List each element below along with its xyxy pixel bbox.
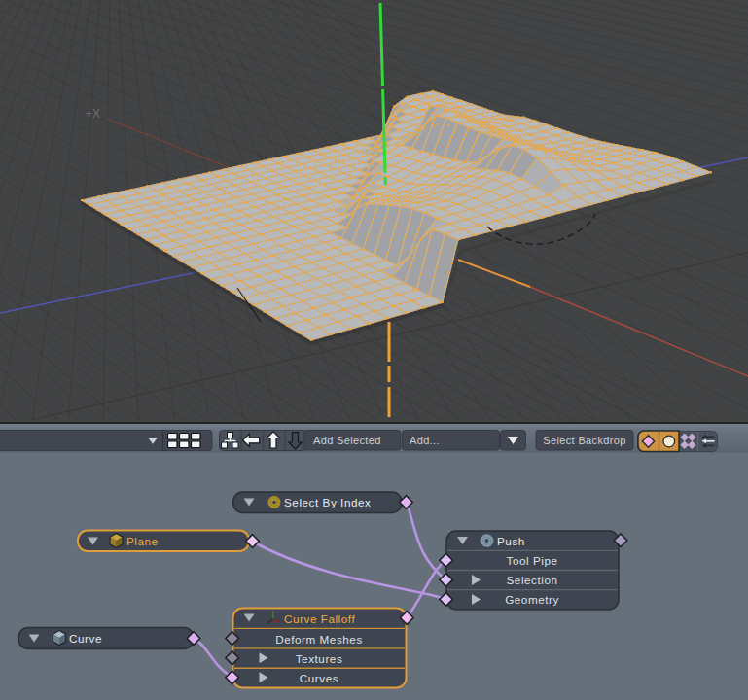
svg-text:+X: +X: [86, 107, 100, 121]
svg-text:Textures: Textures: [296, 652, 343, 665]
svg-text:Add Selected: Add Selected: [313, 435, 381, 446]
svg-text:Deform Meshes: Deform Meshes: [275, 633, 363, 646]
svg-text:Tool Pipe: Tool Pipe: [506, 554, 557, 567]
svg-text:Select Backdrop: Select Backdrop: [543, 435, 625, 446]
svg-text:Push: Push: [497, 535, 525, 547]
svg-text:Selection: Selection: [506, 574, 557, 586]
svg-text:Curves: Curves: [300, 672, 338, 684]
svg-text:Add...: Add...: [410, 435, 440, 446]
svg-text:Geometry: Geometry: [505, 593, 559, 606]
svg-text:Plane: Plane: [126, 535, 159, 547]
svg-text:Select By Index: Select By Index: [284, 496, 371, 508]
svg-text:Curve: Curve: [69, 632, 102, 645]
svg-text:Curve Falloff: Curve Falloff: [284, 612, 355, 625]
